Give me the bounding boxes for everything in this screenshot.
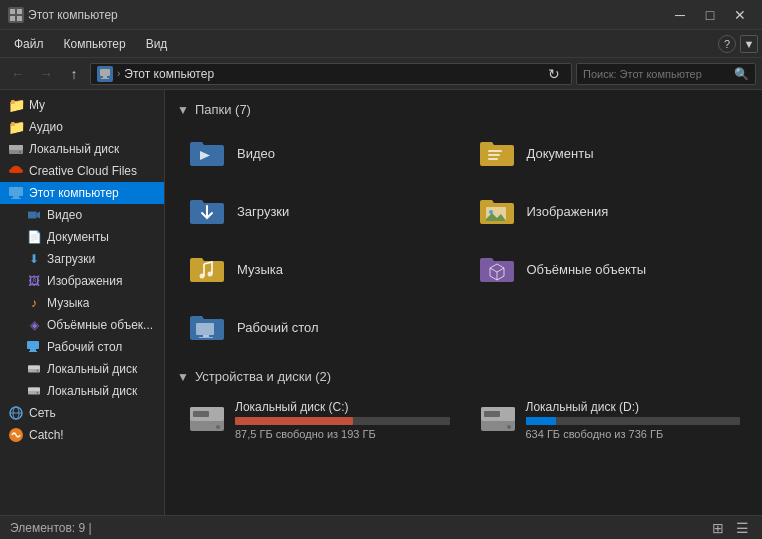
- sidebar-item-images[interactable]: 🖼 Изображения: [16, 270, 164, 292]
- svg-rect-2: [10, 16, 15, 21]
- sidebar-item-creative-cloud[interactable]: Creative Cloud Files: [0, 160, 164, 182]
- address-separator: ›: [117, 68, 120, 79]
- sidebar-item-label: Catch!: [29, 428, 64, 442]
- menu-computer[interactable]: Компьютер: [54, 33, 136, 55]
- folder-icon: 📄: [26, 229, 42, 245]
- desktop-icon: [26, 339, 42, 355]
- main-container: 📁 My 📁 Аудио Локальный диск Cr: [0, 90, 762, 515]
- refresh-button[interactable]: ↻: [543, 63, 565, 85]
- close-button[interactable]: ✕: [726, 4, 754, 26]
- forward-button[interactable]: →: [34, 62, 58, 86]
- menu-view[interactable]: Вид: [136, 33, 178, 55]
- title-bar-text: Этот компьютер: [28, 8, 118, 22]
- menu-bar: Файл Компьютер Вид ? ▼: [0, 30, 762, 58]
- toolbar: ← → ↑ › Этот компьютер ↻ 🔍: [0, 58, 762, 90]
- svg-rect-6: [101, 78, 109, 79]
- folder-name: Изображения: [527, 204, 609, 219]
- sidebar-item-audio[interactable]: 📁 Аудио: [0, 116, 164, 138]
- sidebar-item-network[interactable]: Сеть: [0, 402, 164, 424]
- large-icons-view-button[interactable]: ⊞: [708, 518, 728, 538]
- back-button[interactable]: ←: [6, 62, 30, 86]
- folder-item-images[interactable]: Изображения: [467, 185, 751, 237]
- title-bar: Этот компьютер ─ □ ✕: [0, 0, 762, 30]
- folder-item-downloads[interactable]: Загрузки: [177, 185, 461, 237]
- drive-icon: [8, 141, 24, 157]
- drive-d-name: Локальный диск (D:): [526, 400, 741, 414]
- svg-rect-13: [27, 341, 39, 349]
- search-input[interactable]: [583, 68, 730, 80]
- drive-icon: [26, 383, 42, 399]
- folder-name: Рабочий стол: [237, 320, 319, 335]
- music-folder-icon: [187, 249, 227, 289]
- images-icon: 🖼: [26, 273, 42, 289]
- video-folder-icon: [26, 207, 42, 223]
- folder-icon: 📁: [8, 97, 24, 113]
- catch-icon: [8, 427, 24, 443]
- folder-name: Объёмные объекты: [527, 262, 647, 277]
- downloads-folder-icon: [187, 191, 227, 231]
- drive-d-progress-outer: [526, 417, 741, 425]
- sidebar-item-catch[interactable]: Catch!: [0, 424, 164, 446]
- sidebar-item-desktop[interactable]: Рабочий стол: [16, 336, 164, 358]
- folder-item-music[interactable]: Музыка: [177, 243, 461, 295]
- 3d-folder-icon: [477, 249, 517, 289]
- folders-section-header[interactable]: ▼ Папки (7): [177, 102, 750, 117]
- list-view-button[interactable]: ☰: [732, 518, 752, 538]
- folder-item-3d[interactable]: Объёмные объекты: [467, 243, 751, 295]
- device-item-c[interactable]: Локальный диск (C:) 87,5 ГБ свободно из …: [177, 394, 460, 446]
- search-box[interactable]: 🔍: [576, 63, 756, 85]
- svg-rect-1: [17, 9, 22, 14]
- maximize-button[interactable]: □: [696, 4, 724, 26]
- svg-rect-20: [28, 388, 40, 391]
- sidebar-item-local-c[interactable]: Локальный диск: [0, 138, 164, 160]
- device-item-d[interactable]: Локальный диск (D:) 634 ГБ свободно из 7…: [468, 394, 751, 446]
- sidebar-item-local-d2[interactable]: Локальный диск: [16, 380, 164, 402]
- sidebar-item-label: Музыка: [47, 296, 89, 310]
- app-icon: [8, 7, 24, 23]
- sidebar-item-3d[interactable]: ◈ Объёмные объек...: [16, 314, 164, 336]
- drive-d-progress-inner: [526, 417, 556, 425]
- svg-rect-17: [28, 366, 40, 369]
- sidebar-item-my[interactable]: 📁 My: [0, 94, 164, 116]
- svg-rect-5: [103, 76, 107, 78]
- sidebar: 📁 My 📁 Аудио Локальный диск Cr: [0, 90, 165, 515]
- expand-button[interactable]: ▼: [740, 35, 758, 53]
- sidebar-item-downloads[interactable]: ⬇ Загрузки: [16, 248, 164, 270]
- sidebar-item-music[interactable]: ♪ Музыка: [16, 292, 164, 314]
- title-bar-left: Этот компьютер: [8, 7, 118, 23]
- folders-grid: Видео Документы: [177, 127, 750, 353]
- up-button[interactable]: ↑: [62, 62, 86, 86]
- minimize-button[interactable]: ─: [666, 4, 694, 26]
- help-button[interactable]: ?: [718, 35, 736, 53]
- folder-name: Загрузки: [237, 204, 289, 219]
- devices-section-header[interactable]: ▼ Устройства и диски (2): [177, 369, 750, 384]
- search-icon: 🔍: [734, 67, 749, 81]
- svg-rect-34: [196, 323, 214, 335]
- status-bar: Элементов: 9 | ⊞ ☰: [0, 515, 762, 539]
- documents-folder-icon: [477, 133, 517, 173]
- folder-item-documents[interactable]: Документы: [467, 127, 751, 179]
- svg-rect-44: [484, 411, 500, 417]
- sidebar-item-label: My: [29, 98, 45, 112]
- drive-c-info: Локальный диск (C:) 87,5 ГБ свободно из …: [235, 400, 450, 440]
- svg-rect-36: [199, 337, 213, 338]
- sidebar-item-documents[interactable]: 📄 Документы: [16, 226, 164, 248]
- folder-item-video[interactable]: Видео: [177, 127, 461, 179]
- drive-d-free: 634 ГБ свободно из 736 ГБ: [526, 428, 741, 440]
- folder-item-desktop[interactable]: Рабочий стол: [177, 301, 461, 353]
- computer-icon: [8, 185, 24, 201]
- drive-d-info: Локальный диск (D:) 634 ГБ свободно из 7…: [526, 400, 741, 440]
- sidebar-item-label: Локальный диск: [47, 384, 137, 398]
- address-bar[interactable]: › Этот компьютер ↻: [90, 63, 572, 85]
- sidebar-item-video[interactable]: Видео: [16, 204, 164, 226]
- svg-point-9: [19, 151, 21, 153]
- sidebar-item-local-d1[interactable]: Локальный диск: [16, 358, 164, 380]
- svg-point-39: [216, 425, 220, 429]
- sidebar-item-label: Локальный диск: [47, 362, 137, 376]
- sidebar-item-label: Объёмные объек...: [47, 318, 153, 332]
- cloud-icon: [8, 163, 24, 179]
- sidebar-item-label: Сеть: [29, 406, 56, 420]
- sidebar-item-this-computer[interactable]: Этот компьютер: [0, 182, 164, 204]
- menu-file[interactable]: Файл: [4, 33, 54, 55]
- network-icon: [8, 405, 24, 421]
